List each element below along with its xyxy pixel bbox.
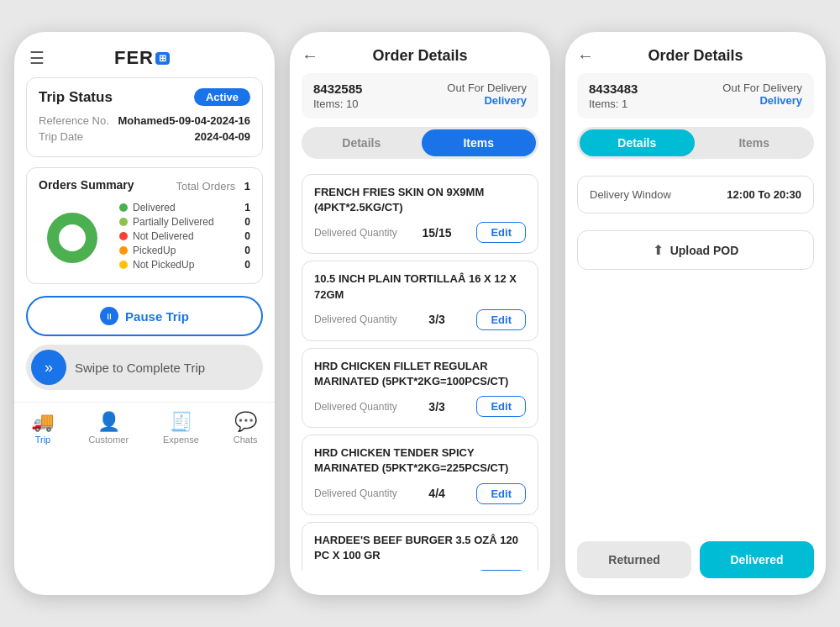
- qty-label-4: Delivered Quantity: [314, 487, 397, 499]
- label-not-picked: Not PickedUp: [133, 259, 244, 271]
- dot-not-delivered: [119, 232, 128, 240]
- nav-chats-label: Chats: [234, 435, 258, 445]
- swipe-complete-button[interactable]: » Swipe to Complete Trip: [26, 345, 263, 390]
- item-name-1: FRENCH FRIES SKIN ON 9X9MM (4PKT*2.5KG/C…: [314, 185, 526, 215]
- item-card-4: HRD CHICKEN TENDER SPICY MARINATED (5PKT…: [302, 435, 538, 514]
- count-delivered: 1: [244, 202, 250, 213]
- order3-title: Order Details: [648, 47, 743, 65]
- reference-label: Reference No.: [39, 114, 109, 127]
- orders-summary-header: Orders Summary Total Orders 1: [39, 178, 250, 193]
- order3-left: 8433483 Items: 1: [589, 82, 638, 110]
- item-card-3: HRD CHICKEN FILLET REGULAR MARINATED (5P…: [302, 348, 538, 428]
- legend-not-delivered: Not Delivered 0: [119, 230, 250, 242]
- order3-items-count: Items: 1: [589, 97, 638, 110]
- order2-title: Order Details: [372, 47, 467, 65]
- customer-nav-icon: 👤: [97, 411, 120, 433]
- qty-value-1: 15/15: [423, 226, 452, 240]
- qty-label-1: Delivered Quantity: [314, 227, 397, 239]
- order2-number: 8432585: [313, 82, 362, 96]
- total-orders-label: Total Orders: [176, 180, 236, 192]
- qty-value-4: 4/4: [428, 487, 444, 500]
- edit-btn-5[interactable]: Edit: [476, 570, 526, 571]
- date-row: Trip Date 2024-04-09: [39, 130, 250, 143]
- order3-status: Out For Delivery: [722, 82, 802, 94]
- delivery-window-row: Delivery Window 12:00 To 20:30: [577, 176, 814, 213]
- order3-info-bar: 8433483 Items: 1 Out For Delivery Delive…: [577, 73, 814, 119]
- date-value: 2024-04-09: [195, 130, 251, 143]
- total-orders-value: 1: [244, 180, 250, 192]
- pause-trip-button[interactable]: ⏸ Pause Trip: [26, 296, 263, 336]
- nav-customer[interactable]: 👤 Customer: [88, 411, 129, 445]
- item-qty-row-4: Delivered Quantity 4/4 Edit: [314, 483, 526, 504]
- qty-label-2: Delivered Quantity: [314, 314, 397, 325]
- swipe-label: Swipe to Complete Trip: [75, 361, 205, 375]
- edit-btn-2[interactable]: Edit: [476, 309, 526, 330]
- order3-delivery-link[interactable]: Delivery: [722, 94, 802, 107]
- item-qty-row-3: Delivered Quantity 3/3 Edit: [314, 396, 526, 417]
- bottom-nav: 🚚 Trip 👤 Customer 🧾 Expense 💬 Chats: [14, 402, 275, 458]
- tab-details-3[interactable]: Details: [580, 129, 695, 156]
- trip-status-title: Trip Status: [39, 89, 113, 106]
- nav-trip[interactable]: 🚚 Trip: [31, 411, 54, 445]
- delivery-window-value: 12:00 To 20:30: [727, 188, 801, 201]
- order2-header: ← Order Details: [290, 32, 550, 73]
- qty-value-3: 3/3: [428, 400, 444, 414]
- order2-info-bar: 8432585 Items: 10 Out For Delivery Deliv…: [302, 73, 538, 119]
- back-button-3[interactable]: ←: [577, 46, 594, 66]
- item-card-1: FRENCH FRIES SKIN ON 9X9MM (4PKT*2.5KG/C…: [302, 174, 538, 254]
- edit-btn-3[interactable]: Edit: [476, 396, 526, 417]
- status-badge: Active: [194, 88, 250, 106]
- legend-partial: Partially Delivered 0: [119, 216, 250, 228]
- order2-status: Out For Delivery: [447, 82, 527, 94]
- item-name-5: HARDEE'S BEEF BURGER 3.5 OZÂ 120 PC X 10…: [314, 533, 526, 563]
- legend-list: Delivered 1 Partially Delivered 0 Not De…: [119, 202, 250, 273]
- nav-chats[interactable]: 💬 Chats: [234, 411, 258, 445]
- trip-status-header: Trip Status Active: [39, 88, 250, 106]
- total-orders: Total Orders 1: [176, 178, 251, 193]
- expense-nav-icon: 🧾: [170, 411, 192, 433]
- label-delivered: Delivered: [133, 202, 244, 213]
- legend-delivered: Delivered 1: [119, 202, 250, 213]
- tab-items-2[interactable]: Items: [422, 129, 537, 156]
- order3-number: 8433483: [589, 82, 638, 96]
- count-partial: 0: [244, 216, 250, 228]
- count-not-delivered: 0: [244, 230, 250, 242]
- order2-delivery-link[interactable]: Delivery: [447, 94, 527, 107]
- qty-value-2: 3/3: [428, 313, 444, 326]
- donut-chart: [39, 204, 106, 271]
- nav-expense[interactable]: 🧾 Expense: [163, 411, 199, 445]
- item-qty-row-2: Delivered Quantity 3/3 Edit: [314, 309, 526, 330]
- order2-right: Out For Delivery Delivery: [447, 82, 527, 107]
- chats-nav-icon: 💬: [234, 411, 257, 433]
- label-picked: PickedUp: [133, 245, 244, 256]
- nav-trip-label: Trip: [35, 435, 51, 445]
- trip-nav-icon: 🚚: [31, 411, 54, 433]
- order3-header: ← Order Details: [565, 32, 826, 73]
- label-partial: Partially Delivered: [133, 216, 244, 228]
- item-name-2: 10.5 INCH PLAIN TORTILLAÂ 16 X 12 X 72GM: [314, 271, 526, 302]
- reference-value: Mohamed5-09-04-2024-16: [118, 114, 250, 127]
- phone-order-details: ← Order Details 8433483 Items: 1 Out For…: [565, 32, 826, 595]
- item-card-2: 10.5 INCH PLAIN TORTILLAÂ 16 X 12 X 72GM…: [302, 261, 538, 340]
- menu-icon[interactable]: ☰: [29, 48, 45, 68]
- order3-tab-bar: Details Items: [577, 127, 814, 159]
- returned-button[interactable]: Returned: [577, 541, 691, 578]
- back-button-2[interactable]: ←: [302, 46, 318, 66]
- order2-tab-bar: Details Items: [302, 127, 538, 159]
- dot-partial: [119, 218, 128, 226]
- pause-icon: ⏸: [100, 307, 118, 325]
- edit-btn-4[interactable]: Edit: [476, 483, 526, 504]
- item-name-3: HRD CHICKEN FILLET REGULAR MARINATED (5P…: [314, 359, 526, 389]
- edit-btn-1[interactable]: Edit: [476, 222, 526, 243]
- phone-order-items: ← Order Details 8432585 Items: 10 Out Fo…: [290, 32, 550, 595]
- label-not-delivered: Not Delivered: [133, 230, 244, 242]
- upload-pod-button[interactable]: ⬆ Upload POD: [577, 230, 814, 270]
- item-name-4: HRD CHICKEN TENDER SPICY MARINATED (5PKT…: [314, 445, 526, 476]
- tab-items-3[interactable]: Items: [697, 129, 812, 156]
- phone1-header: ☰ FER ⊞: [14, 32, 275, 77]
- delivery-window-label: Delivery Window: [590, 188, 671, 201]
- logo: FER ⊞: [114, 47, 170, 69]
- delivered-button[interactable]: Delivered: [700, 541, 814, 578]
- tab-details-2[interactable]: Details: [304, 129, 419, 156]
- trip-status-card: Trip Status Active Reference No. Mohamed…: [26, 77, 263, 157]
